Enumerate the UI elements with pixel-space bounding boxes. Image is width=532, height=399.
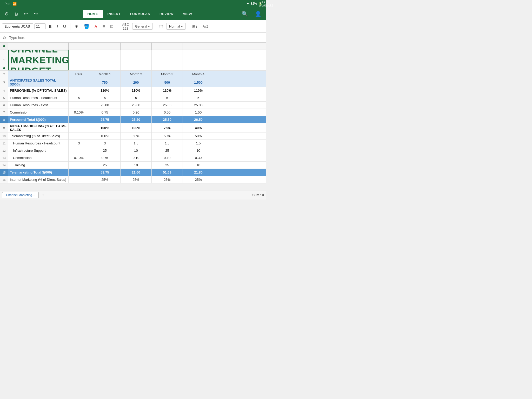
cell-1c[interactable] xyxy=(69,50,89,70)
cell-12c[interactable] xyxy=(69,147,89,154)
cell-14c[interactable] xyxy=(69,162,89,169)
cell-6c[interactable] xyxy=(69,102,89,109)
tab-view[interactable]: VIEW xyxy=(178,10,197,18)
cell-2c[interactable]: Rate xyxy=(69,71,89,78)
cell-2d[interactable]: Month 1 xyxy=(89,71,121,78)
cell-11b[interactable]: Human Resources - Headcount xyxy=(8,140,69,147)
cell-5b[interactable]: Human Resources - Headcount xyxy=(8,94,69,101)
cell-3e[interactable]: 200 xyxy=(121,78,152,87)
back-button[interactable]: ⊙ xyxy=(3,10,11,18)
undo-button[interactable]: ↩ xyxy=(22,10,30,18)
sort-button[interactable]: A↕Z xyxy=(201,23,210,30)
cell-1f[interactable] xyxy=(152,50,183,70)
number-format-icon[interactable]: ABC123 xyxy=(120,21,131,32)
fill-color-button[interactable]: 🪣 xyxy=(82,22,91,31)
cell-5d[interactable]: 5 xyxy=(89,94,121,101)
cell-10b[interactable]: Telemarketing (% of Direct Sales) xyxy=(8,132,69,139)
cell-2b[interactable] xyxy=(8,71,69,78)
cell-9b[interactable]: DIRECT MARKETING (% OF TOTAL SALES xyxy=(8,123,69,132)
cell-8g[interactable]: 26.50 xyxy=(183,116,214,123)
cell-4f[interactable]: 110% xyxy=(152,87,183,94)
redo-button[interactable]: ↪ xyxy=(32,10,40,18)
cell-13b[interactable]: Commission xyxy=(8,154,69,161)
cell-12d[interactable]: 25 xyxy=(89,147,121,154)
cell-6e[interactable]: 25.00 xyxy=(121,102,152,109)
cell-4b[interactable]: PERSONNEL (% OF TOTAL SALES) xyxy=(8,87,69,94)
cell-7f[interactable]: 0.50 xyxy=(152,109,183,116)
cell-15c[interactable] xyxy=(69,169,89,176)
account-button[interactable]: 👤 xyxy=(253,10,263,18)
cell-15e[interactable]: 21.60 xyxy=(121,169,152,176)
cell-6d[interactable]: 25.00 xyxy=(89,102,121,109)
cell-13c[interactable]: 0.10% xyxy=(69,154,89,161)
bold-button[interactable]: B xyxy=(47,23,54,30)
cell-4d[interactable]: 110% xyxy=(89,87,121,94)
cell-13f[interactable]: 0.19 xyxy=(152,154,183,161)
insert-row-button[interactable]: ⊞↕ xyxy=(190,23,200,30)
cell-12g[interactable]: 10 xyxy=(183,147,214,154)
font-size-input[interactable] xyxy=(34,23,46,29)
cell-16b[interactable]: Internet Marketing (% of Direct Sales) xyxy=(8,176,69,183)
cell-1g[interactable] xyxy=(183,50,214,70)
font-color-button[interactable]: A xyxy=(92,23,99,30)
cell-10f[interactable]: 50% xyxy=(152,132,183,139)
cell-16g[interactable]: 25% xyxy=(183,176,214,183)
cell-5g[interactable]: 5 xyxy=(183,94,214,101)
cell-13d[interactable]: 0.75 xyxy=(89,154,121,161)
cell-15f[interactable]: 51.69 xyxy=(152,169,183,176)
cell-3g[interactable]: 1,500 xyxy=(183,78,214,87)
cell-7d[interactable]: 0.75 xyxy=(89,109,121,116)
merge-cells-button[interactable]: ⊞ xyxy=(72,22,81,31)
cell-14d[interactable]: 25 xyxy=(89,162,121,169)
cell-3d[interactable]: 750 xyxy=(89,78,121,87)
cell-16c[interactable] xyxy=(69,176,89,183)
tab-home[interactable]: HOME xyxy=(83,10,103,18)
cell-5e[interactable]: 5 xyxy=(121,94,152,101)
cell-9f[interactable]: 75% xyxy=(152,123,183,132)
cell-1e[interactable] xyxy=(121,50,152,70)
cell-9g[interactable]: 40% xyxy=(183,123,214,132)
cell-11f[interactable]: 1.5 xyxy=(152,140,183,147)
italic-button[interactable]: I xyxy=(55,23,60,30)
format-dropdown[interactable]: General ▾ xyxy=(132,23,153,30)
cell-4e[interactable]: 110% xyxy=(121,87,152,94)
cell-9c[interactable] xyxy=(69,123,89,132)
cell-11d[interactable]: 3 xyxy=(89,140,121,147)
underline-button[interactable]: U xyxy=(61,23,68,30)
cell-12f[interactable]: 25 xyxy=(152,147,183,154)
cell-8f[interactable]: 25.50 xyxy=(152,116,183,123)
sheet-tab[interactable]: Channel Marketing... xyxy=(2,192,39,198)
cell-2f[interactable]: Month 3 xyxy=(152,71,183,78)
share-button[interactable]: ⎙ xyxy=(13,10,20,18)
cell-15d[interactable]: 53.75 xyxy=(89,169,121,176)
cell-6f[interactable]: 25.00 xyxy=(152,102,183,109)
search-button[interactable]: 🔍 xyxy=(240,10,250,18)
cell-9e[interactable]: 100% xyxy=(121,123,152,132)
cell-15g[interactable]: 21.80 xyxy=(183,169,214,176)
cell-14g[interactable]: 10 xyxy=(183,162,214,169)
col-header-g[interactable] xyxy=(183,43,214,50)
cell-16f[interactable]: 25% xyxy=(152,176,183,183)
cell-11c[interactable]: 3 xyxy=(69,140,89,147)
cell-12b[interactable]: Infrastructure Support xyxy=(8,147,69,154)
font-name-input[interactable] xyxy=(2,23,33,29)
cell-1d[interactable] xyxy=(89,50,121,70)
wrap-button[interactable]: ⊡ xyxy=(108,23,116,30)
cell-11g[interactable]: 1.5 xyxy=(183,140,214,147)
cell-10c[interactable] xyxy=(69,132,89,139)
formula-input[interactable] xyxy=(9,36,263,40)
tab-review[interactable]: REVIEW xyxy=(155,10,178,18)
cell-3b[interactable]: ANTICIPATED SALES TOTAL $(000) xyxy=(8,78,69,87)
cell-8c[interactable] xyxy=(69,116,89,123)
cell-8e[interactable]: 25.20 xyxy=(121,116,152,123)
cell-16e[interactable]: 25% xyxy=(121,176,152,183)
cell-14f[interactable]: 25 xyxy=(152,162,183,169)
cell-2e[interactable]: Month 2 xyxy=(121,71,152,78)
cell-8b[interactable]: Personnel Total $(000) xyxy=(8,116,69,123)
cell-9d[interactable]: 100% xyxy=(89,123,121,132)
cell-11e[interactable]: 1.5 xyxy=(121,140,152,147)
cell-6g[interactable]: 25.00 xyxy=(183,102,214,109)
col-header-c[interactable] xyxy=(69,43,89,50)
cell-7b[interactable]: Commission xyxy=(8,109,69,116)
tab-insert[interactable]: INSERT xyxy=(103,10,125,18)
